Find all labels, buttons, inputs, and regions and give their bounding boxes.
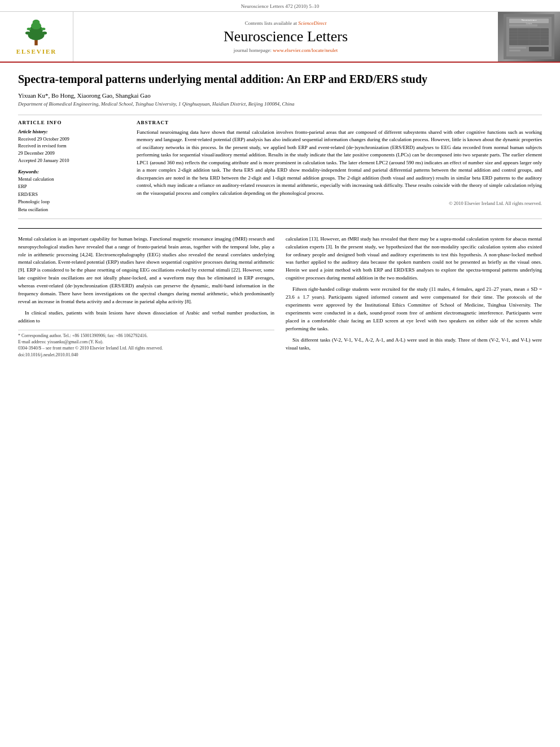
revised-label: Received in revised form bbox=[18, 142, 125, 150]
abstract-text: Functional neuroimaging data have shown … bbox=[137, 129, 542, 198]
sciencedirect-link[interactable]: ScienceDirect bbox=[298, 20, 326, 26]
svg-point-5 bbox=[25, 32, 30, 34]
article-info-col: Article Info Article history: Received 2… bbox=[18, 120, 125, 214]
svg-rect-12 bbox=[509, 24, 537, 27]
svg-point-4 bbox=[33, 20, 40, 25]
journal-homepage: journal homepage: www.elsevier.com/locat… bbox=[234, 47, 338, 53]
page: Neuroscience Letters 472 (2010) 5–10 bbox=[0, 0, 560, 367]
svg-text:Letters: Letters bbox=[526, 22, 532, 25]
footnote-email: E-mail address: yixuanku@gmail.com (Y. K… bbox=[18, 339, 274, 345]
body-right-p1: calculation [13]. However, an fMRI study… bbox=[286, 235, 542, 283]
body-right-p2: Fifteen right-handed college students we… bbox=[286, 286, 542, 333]
body-two-col: Mental calculation is an important capab… bbox=[18, 235, 542, 358]
article-info-header: Article Info bbox=[18, 120, 125, 125]
body-section: Mental calculation is an important capab… bbox=[18, 228, 542, 358]
cover-image: Neuroscience Letters bbox=[498, 12, 560, 62]
abstract-col: Abstract Functional neuroimaging data ha… bbox=[137, 120, 542, 214]
affiliation: Department of Biomedical Engineering, Me… bbox=[18, 101, 542, 108]
svg-text:Neuroscience: Neuroscience bbox=[521, 19, 537, 21]
copyright: © 2010 Elsevier Ireland Ltd. All rights … bbox=[137, 200, 542, 206]
svg-rect-21 bbox=[509, 47, 526, 49]
body-p2: In clinical studies, patients with brain… bbox=[18, 309, 274, 325]
footnote-corresponding: * Corresponding author. Tel.: +86 150013… bbox=[18, 333, 274, 339]
keyword-4: Phonologic loop bbox=[18, 198, 125, 206]
footnotes: * Corresponding author. Tel.: +86 150013… bbox=[18, 330, 274, 358]
keyword-3: ERD/ERS bbox=[18, 191, 125, 199]
keyword-5: Beta oscillation bbox=[18, 206, 125, 214]
article-title: Spectra-temporal patterns underlying men… bbox=[18, 72, 542, 86]
svg-point-6 bbox=[42, 32, 47, 34]
keyword-1: Mental calculation bbox=[18, 176, 125, 184]
divider-1 bbox=[18, 115, 542, 115]
history-label: Article history: bbox=[18, 129, 125, 134]
banner-center: Contents lists available at ScienceDirec… bbox=[73, 12, 498, 62]
body-right-p3: Six different tasks (V-2, V-1, V-L, A-2,… bbox=[286, 337, 542, 352]
divider-2 bbox=[18, 219, 542, 219]
keyword-2: ERP bbox=[18, 183, 125, 191]
abstract-header: Abstract bbox=[137, 120, 542, 125]
article-history: Article history: Received 29 October 200… bbox=[18, 129, 125, 164]
keywords-section: Keywords: Mental calculation ERP ERD/ERS… bbox=[18, 169, 125, 214]
article-meta-section: Article Info Article history: Received 2… bbox=[18, 120, 542, 214]
authors: Yixuan Ku*, Bo Hong, Xiaorong Gao, Shang… bbox=[18, 92, 542, 99]
sciencedirect-line: Contents lists available at ScienceDirec… bbox=[245, 20, 327, 26]
footnote-doi: doi:10.1016/j.neulet.2010.01.040 bbox=[18, 352, 274, 358]
journal-banner: ELSEVIER Contents lists available at Sci… bbox=[0, 12, 560, 63]
body-col-right: calculation [13]. However, an fMRI study… bbox=[286, 235, 542, 358]
accepted-date: Accepted 20 January 2010 bbox=[18, 157, 125, 164]
article-content: Spectra-temporal patterns underlying men… bbox=[0, 63, 560, 367]
keywords-label: Keywords: bbox=[18, 169, 125, 174]
revised-date: 29 December 2009 bbox=[18, 150, 125, 157]
cover-thumbnail: Neuroscience Letters bbox=[504, 14, 554, 59]
body-col-left: Mental calculation is an important capab… bbox=[18, 235, 274, 358]
elsevier-logo-area: ELSEVIER bbox=[0, 12, 73, 62]
svg-rect-22 bbox=[509, 50, 520, 51]
journal-homepage-link[interactable]: www.elsevier.com/locate/neulet bbox=[273, 47, 338, 53]
elsevier-logo: ELSEVIER bbox=[16, 19, 57, 55]
journal-reference: Neuroscience Letters 472 (2010) 5–10 bbox=[0, 0, 560, 12]
svg-point-7 bbox=[27, 28, 31, 30]
received-date: Received 29 October 2009 bbox=[18, 136, 125, 143]
journal-cover: Neuroscience Letters bbox=[498, 12, 560, 62]
footnote-issn: 0304-3940/$ – see front matter © 2010 El… bbox=[18, 345, 274, 351]
svg-rect-23 bbox=[529, 47, 549, 51]
elsevier-tree-icon bbox=[19, 19, 53, 47]
journal-title: Neuroscience Letters bbox=[224, 28, 348, 45]
body-p1: Mental calculation is an important capab… bbox=[18, 235, 274, 306]
elsevier-wordmark: ELSEVIER bbox=[16, 48, 57, 55]
svg-point-8 bbox=[42, 28, 46, 30]
